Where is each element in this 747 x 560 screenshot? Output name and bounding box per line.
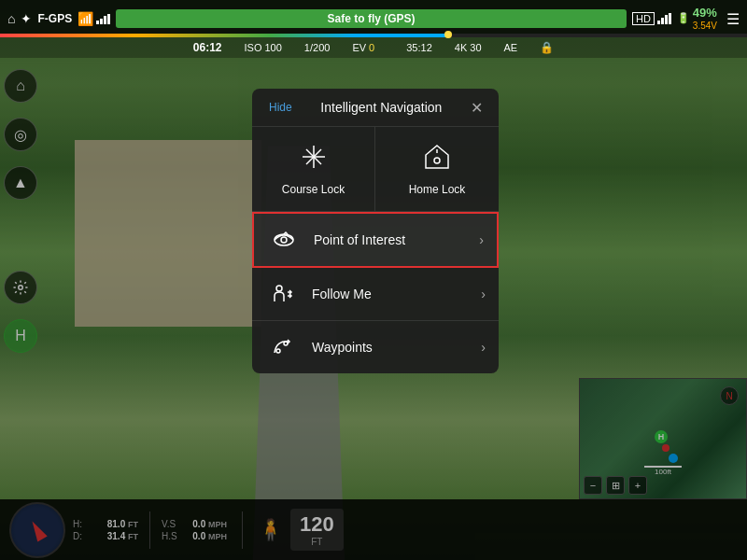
- svg-point-7: [275, 234, 293, 245]
- main-menu-icon[interactable]: ☰: [726, 10, 740, 28]
- gps-status: F-GPS: [37, 12, 72, 25]
- bar2: [100, 19, 103, 24]
- course-lock-cell[interactable]: Course Lock: [252, 127, 375, 211]
- progress-line: [0, 34, 747, 37]
- poi-chevron: ›: [479, 232, 484, 247]
- shutter-speed: 1/200: [304, 42, 331, 53]
- resolution: 4K 30: [455, 42, 482, 53]
- battery-voltage: 3.54V: [693, 21, 717, 31]
- nav-panel: Hide Intelligent Navigation ✕ Course Loc…: [252, 89, 499, 373]
- drone-icon: ✦: [21, 11, 32, 26]
- ev-value: 0: [369, 42, 374, 53]
- follow-me-chevron: ›: [481, 287, 486, 301]
- flight-timer: 06:12: [193, 41, 222, 54]
- top-bar: ⌂ ✦ F-GPS 📶 Safe to fly (GPS) HD 🔋 49% 3…: [0, 0, 747, 37]
- progress-fill: [0, 34, 448, 37]
- close-button[interactable]: ✕: [467, 98, 486, 117]
- drone-mode[interactable]: ✦: [21, 11, 32, 26]
- follow-me-item[interactable]: Follow Me ›: [252, 268, 499, 321]
- waypoints-label: Waypoints: [312, 340, 468, 355]
- svg-point-9: [276, 286, 282, 291]
- bar3: [104, 16, 106, 24]
- panel-header: Hide Intelligent Navigation ✕: [252, 89, 499, 127]
- signal-icon: 📶: [78, 11, 93, 26]
- iso-value: ISO 100: [244, 42, 281, 53]
- svg-point-5: [434, 158, 440, 163]
- poi-icon: [267, 227, 301, 253]
- signal-bars: [96, 13, 110, 24]
- home-lock-label: Home Lock: [409, 183, 466, 196]
- gps-label: F-GPS: [37, 12, 72, 25]
- poi-label: Point of Interest: [314, 232, 466, 247]
- bar1: [96, 21, 99, 24]
- course-lock-label: Course Lock: [282, 183, 345, 196]
- home-icon: ⌂: [7, 11, 15, 26]
- hd-label: HD: [632, 12, 655, 25]
- course-lock-icon: [299, 142, 329, 177]
- svg-point-8: [281, 237, 287, 243]
- ae-label: AE: [504, 42, 518, 53]
- svg-point-10: [276, 349, 280, 353]
- waypoints-icon: [265, 334, 299, 360]
- hd-signal: [657, 13, 671, 24]
- timer-bar: 06:12 ISO 100 1/200 EV 0 35:12 4K 30 AE …: [0, 37, 747, 58]
- lock-icon: 🔒: [540, 41, 554, 54]
- follow-me-icon: [265, 281, 299, 307]
- signal-status: 📶: [78, 11, 110, 26]
- battery-icon: 🔋: [677, 12, 690, 24]
- bar4: [107, 14, 110, 24]
- feature-grid: Course Lock Home Lock: [252, 127, 499, 212]
- waypoints-item[interactable]: Waypoints ›: [252, 321, 499, 373]
- home-lock-cell[interactable]: Home Lock: [375, 127, 499, 211]
- home-nav[interactable]: ⌂: [7, 11, 15, 26]
- panel-title: Intelligent Navigation: [303, 100, 459, 115]
- svg-point-11: [284, 342, 288, 345]
- point-of-interest-item[interactable]: Point of Interest ›: [252, 212, 499, 268]
- battery-percent: 49%: [693, 7, 717, 20]
- battery-info: 🔋 49% 3.54V: [677, 7, 717, 30]
- storage-time: 35:12: [406, 42, 432, 53]
- video-mode: HD: [632, 12, 671, 25]
- home-lock-icon: [422, 142, 452, 177]
- ev-label: EV 0: [352, 42, 374, 53]
- progress-marker: [444, 31, 452, 38]
- safe-to-fly-badge: Safe to fly (GPS): [116, 9, 627, 28]
- hide-button[interactable]: Hide: [265, 99, 296, 116]
- waypoints-chevron: ›: [481, 340, 486, 355]
- follow-me-label: Follow Me: [312, 287, 468, 301]
